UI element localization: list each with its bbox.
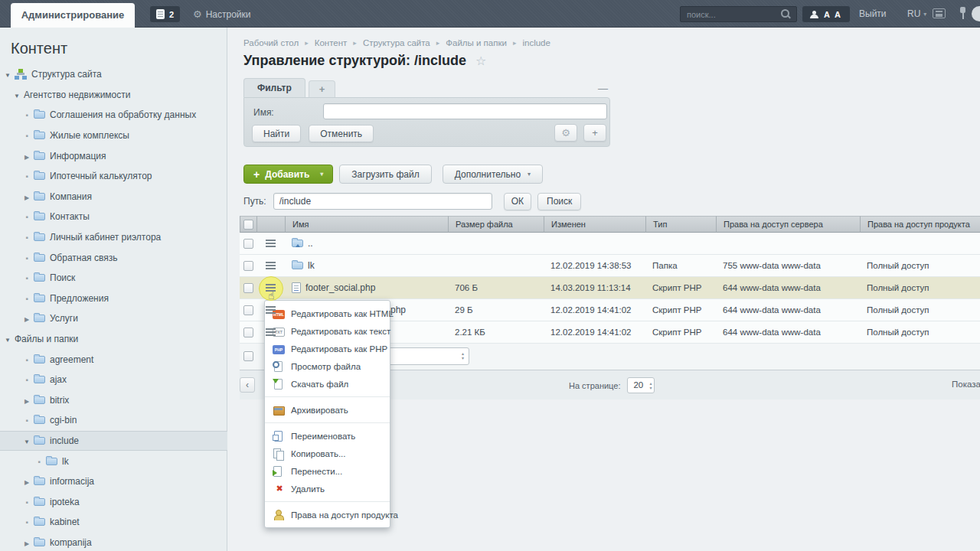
- tree-item[interactable]: Обратная связь: [0, 247, 227, 268]
- search-input[interactable]: [681, 7, 780, 21]
- tree-item[interactable]: bitrix: [0, 390, 227, 411]
- prev-page-button[interactable]: ‹: [240, 377, 255, 393]
- breadcrumb-item[interactable]: Файлы и папки: [446, 38, 507, 47]
- tree-item[interactable]: Агентство недвижимости: [0, 85, 227, 106]
- tree-expand-icon[interactable]: [3, 69, 12, 80]
- tree-item-label[interactable]: include: [50, 435, 79, 446]
- gadgets-icon[interactable]: [933, 8, 946, 18]
- tree-expand-icon[interactable]: [22, 191, 31, 202]
- find-button[interactable]: Найти: [252, 125, 301, 142]
- tree-expand-icon[interactable]: [22, 171, 31, 181]
- tree-expand-icon[interactable]: [22, 109, 31, 120]
- tree-expand-icon[interactable]: [22, 313, 31, 324]
- tree-item-label[interactable]: lk: [62, 456, 69, 467]
- row-menu-button[interactable]: [266, 284, 276, 292]
- context-menu-item[interactable]: Копировать...: [265, 445, 390, 462]
- context-menu-item[interactable]: Редактировать как PHP: [265, 340, 390, 357]
- tree-item[interactable]: ipoteka: [0, 491, 227, 512]
- favorite-star-icon[interactable]: ☆: [475, 54, 486, 68]
- header-server-rights[interactable]: Права на доступ сервера: [716, 216, 860, 233]
- breadcrumb-item[interactable]: Контент: [315, 38, 348, 47]
- context-menu-item[interactable]: [265, 419, 390, 427]
- minimize-filter-button[interactable]: —: [598, 83, 610, 97]
- ok-button[interactable]: ОК: [504, 193, 531, 210]
- tree-item[interactable]: kompanija: [0, 533, 227, 551]
- tree-expand-icon[interactable]: [22, 395, 31, 406]
- file-name[interactable]: ..: [308, 238, 313, 249]
- add-button[interactable]: + Добавить ▾: [243, 165, 333, 184]
- tree-item-label[interactable]: kompanija: [50, 537, 92, 548]
- tree-item[interactable]: Поиск: [0, 268, 227, 289]
- filter-name-input[interactable]: [323, 103, 607, 119]
- notifications-badge[interactable]: 2: [150, 6, 180, 22]
- tree-expand-icon[interactable]: [22, 476, 31, 487]
- select-all-footer-checkbox[interactable]: [243, 351, 253, 361]
- search-box[interactable]: [680, 6, 797, 22]
- tree-item-label[interactable]: Жилые комплексы: [50, 130, 129, 141]
- table-row[interactable]: lk 12.02.2019 14:38:53 Папка 755 www-dat…: [240, 255, 980, 277]
- cancel-button[interactable]: Отменить: [309, 125, 374, 142]
- row-checkbox[interactable]: [243, 328, 253, 337]
- tree-item-label[interactable]: ipoteka: [50, 497, 80, 507]
- help-button-partial[interactable]: [972, 6, 980, 21]
- row-menu-button[interactable]: [266, 306, 276, 314]
- tree-expand-icon[interactable]: [22, 253, 31, 263]
- path-input[interactable]: [273, 193, 492, 210]
- tree-item[interactable]: Контакты: [0, 207, 227, 227]
- table-row[interactable]: footer_social.php 706 Б 14.03.2019 11:13…: [240, 277, 980, 299]
- pin-icon[interactable]: [959, 7, 967, 20]
- search-icon[interactable]: [781, 9, 792, 20]
- tree-item[interactable]: Услуги: [0, 308, 227, 329]
- tree-item[interactable]: informacija: [0, 471, 227, 492]
- logout-button[interactable]: Выйти: [859, 8, 887, 19]
- context-menu-item[interactable]: Удалить: [265, 480, 390, 497]
- tree-item-label[interactable]: ajax: [50, 374, 67, 385]
- tree-expand-icon[interactable]: [22, 272, 31, 283]
- tree-expand-icon[interactable]: [22, 232, 31, 243]
- tree-item-label[interactable]: agreement: [50, 354, 93, 365]
- row-checkbox[interactable]: [243, 239, 253, 249]
- tree-item-label[interactable]: bitrix: [50, 395, 69, 406]
- breadcrumb-item[interactable]: Рабочий стол: [243, 38, 299, 47]
- context-menu-item[interactable]: Редактировать как HTML: [265, 305, 390, 322]
- context-menu-item[interactable]: Архивировать: [265, 401, 390, 419]
- tree-item-label[interactable]: Личный кабинет риэлтора: [50, 232, 161, 243]
- tab-administration[interactable]: Администрирование: [11, 3, 135, 28]
- tree-item-label[interactable]: Обратная связь: [50, 253, 117, 263]
- tree-expand-icon[interactable]: [22, 293, 31, 304]
- tree-expand-icon[interactable]: [22, 151, 31, 161]
- tree-expand-icon[interactable]: [12, 90, 21, 100]
- tree-item[interactable]: Личный кабинет риэлтора: [0, 227, 227, 248]
- tree-item-label[interactable]: kabinet: [50, 517, 80, 527]
- tree-expand-icon[interactable]: [22, 374, 31, 385]
- row-checkbox[interactable]: [243, 261, 253, 271]
- tree-expand-icon[interactable]: [22, 415, 31, 425]
- header-type[interactable]: Тип: [645, 216, 716, 233]
- header-modified[interactable]: Изменен: [544, 216, 645, 233]
- font-size-button[interactable]: A A: [802, 6, 850, 22]
- tree-item[interactable]: Жилые комплексы: [0, 126, 227, 146]
- header-size[interactable]: Размер файла: [448, 216, 544, 233]
- tree-expand-icon[interactable]: [22, 130, 31, 141]
- table-row[interactable]: ..: [240, 233, 980, 255]
- tree-item-label[interactable]: cgi-bin: [50, 415, 77, 425]
- tree-item-label[interactable]: Файлы и папки: [15, 334, 78, 344]
- header-product-rights[interactable]: Права на доступ продукта: [860, 216, 980, 233]
- tree-item-label[interactable]: Поиск: [50, 272, 75, 283]
- context-menu-item[interactable]: Перенести...: [265, 462, 390, 480]
- tree-item[interactable]: Ипотечный калькулятор: [0, 166, 227, 187]
- more-actions-button[interactable]: Дополнительно ▾: [443, 165, 543, 184]
- row-menu-button[interactable]: [266, 328, 276, 336]
- row-checkbox[interactable]: [243, 283, 253, 293]
- row-menu-button[interactable]: [266, 262, 276, 269]
- tree-item[interactable]: Информация: [0, 145, 227, 166]
- tree-item-label[interactable]: Информация: [50, 151, 106, 161]
- tree-item-label[interactable]: Услуги: [50, 313, 78, 324]
- tree-item-label[interactable]: Агентство недвижимости: [24, 90, 131, 100]
- language-selector[interactable]: RU ▾: [907, 8, 926, 19]
- context-menu-item[interactable]: Права на доступ продукта: [265, 506, 390, 523]
- tree-item[interactable]: Компания: [0, 187, 227, 207]
- tree-item-label[interactable]: Предложения: [50, 293, 109, 304]
- path-search-button[interactable]: Поиск: [537, 193, 581, 210]
- context-menu-item[interactable]: [265, 497, 390, 506]
